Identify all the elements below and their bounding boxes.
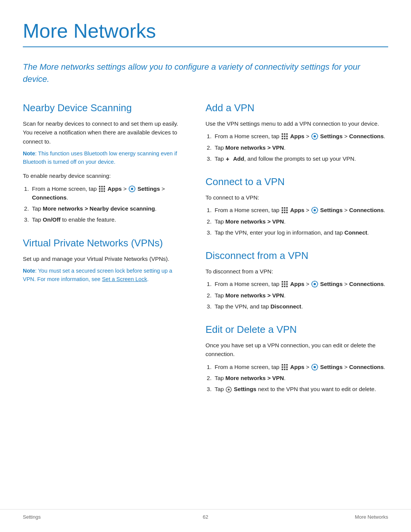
connect-vpn-title: Connect to a VPN [206,174,388,189]
svg-rect-39 [282,286,283,287]
svg-rect-25 [282,209,283,211]
svg-rect-24 [286,207,288,209]
disconnect-vpn-step-2: Tap More networks > VPN. [213,291,388,300]
svg-rect-22 [282,207,283,209]
svg-rect-8 [104,190,105,192]
svg-rect-44 [282,364,283,366]
disconnect-vpn-steps: From a Home screen, tap [213,280,388,311]
connect-vpn-step-1: From a Home screen, tap [213,206,388,214]
nearby-desc: Scan for nearby devices to connect to an… [23,119,183,146]
edit-delete-vpn-step-1: From a Home screen, tap [213,363,388,371]
connect-vpn-step-3: Tap the VPN, enter your log in informati… [213,228,388,237]
footer-right: More Networks [355,513,388,521]
settings-icon-2 [311,133,318,140]
nearby-step-2: Tap More networks > Nearby device scanni… [30,204,183,213]
edit-delete-vpn-desc: Once you have set up a VPN connection, y… [206,341,388,359]
apps-icon-5 [281,364,288,371]
disconnect-vpn-title: Disconnect from a VPN [206,248,388,263]
svg-rect-37 [284,283,285,285]
svg-rect-41 [286,286,288,287]
page-footer: Settings 62 More Networks [0,509,411,521]
nearby-device-scanning-title: Nearby Device Scanning [23,101,183,115]
add-vpn-desc: Use the VPN settings menu to add a VPN c… [206,119,388,128]
add-vpn-step-2: Tap More networks > VPN. [213,143,388,152]
svg-rect-38 [286,283,288,285]
right-column: Add a VPN Use the VPN settings menu to a… [206,101,388,397]
apps-icon-4 [281,281,288,288]
add-vpn-step-1: From a Home screen, tap [213,132,388,141]
plus-icon: + [226,156,231,161]
connect-vpn-steps: From a Home screen, tap [213,206,388,237]
title-rule [23,46,388,47]
add-vpn-step-3: Tap + Add, and follow the prompts to set… [213,154,388,163]
svg-rect-52 [286,369,288,370]
apps-icon-3 [281,207,288,214]
footer-left: Settings [23,513,41,521]
disconnect-vpn-step-3: Tap the VPN, and tap Disconnect. [213,302,388,311]
svg-rect-40 [284,286,285,287]
two-column-layout: Nearby Device Scanning Scan for nearby d… [23,101,388,397]
footer-center: 62 [203,513,208,521]
edit-delete-vpn-step-3: Tap Settings next to the VPN that you wa… [213,385,388,393]
intro-text: The More networks settings allow you to … [23,61,388,85]
svg-rect-51 [284,369,285,370]
screen-lock-link[interactable]: Set a Screen Lock [102,276,147,282]
vpn-desc: Set up and manage your Virtual Private N… [23,254,183,263]
svg-rect-11 [282,133,283,135]
connect-vpn-step-2: Tap More networks > VPN. [213,217,388,226]
settings-icon-4 [311,281,318,288]
connect-vpn-intro: To connect to a VPN: [206,193,388,202]
svg-rect-2 [104,186,105,187]
svg-rect-30 [286,212,288,213]
apps-icon-1 [99,185,105,192]
svg-rect-5 [104,188,105,190]
svg-rect-15 [284,136,285,137]
disconnect-vpn-intro: To disconnect from a VPN: [206,267,388,276]
svg-rect-4 [101,188,103,190]
svg-rect-19 [286,138,288,139]
nearby-step-3: Tap On/Off to enable the feature. [30,215,183,224]
page-container: More Networks The More networks settings… [0,0,411,428]
svg-point-21 [314,135,316,137]
svg-rect-1 [101,186,103,187]
svg-rect-12 [284,133,285,135]
vpn-note: Note: You must set a secured screen lock… [23,267,183,284]
add-vpn-title: Add a VPN [206,101,388,115]
nearby-step-1: From a Home screen, tap [30,184,183,202]
apps-label-1: Apps [107,185,122,192]
svg-point-43 [314,283,316,285]
svg-rect-14 [282,136,283,137]
vpn-section-title: Virtual Private Networks (VPNs) [23,236,183,251]
settings-label-1: Settings [137,185,160,192]
svg-rect-6 [99,190,100,192]
svg-rect-23 [284,207,285,209]
svg-point-56 [228,389,230,391]
svg-rect-7 [101,190,103,192]
svg-point-10 [131,188,133,190]
nearby-intro-step: To enable nearby device scanning: [23,171,183,180]
edit-delete-vpn-step-2: Tap More networks > VPN. [213,374,388,382]
svg-rect-13 [286,133,288,135]
svg-rect-26 [284,209,285,211]
settings-icon-3 [311,207,318,214]
svg-rect-27 [286,209,288,211]
nearby-note: Note: This function uses Bluetooth low e… [23,150,183,166]
svg-rect-0 [99,186,100,187]
svg-rect-50 [282,369,283,370]
svg-rect-16 [286,136,288,137]
settings-icon-1 [129,185,135,192]
svg-rect-45 [284,364,285,366]
svg-rect-29 [284,212,285,213]
nearby-steps-list: From a Home screen, tap [30,184,183,224]
svg-rect-3 [99,188,100,190]
svg-rect-49 [286,366,288,368]
settings-icon-5 [311,364,318,371]
edit-delete-vpn-steps: From a Home screen, tap [213,363,388,394]
svg-rect-28 [282,212,283,213]
svg-rect-33 [282,281,283,283]
svg-rect-47 [282,366,283,368]
svg-rect-34 [284,281,285,283]
svg-rect-35 [286,281,288,283]
svg-rect-18 [284,138,285,139]
disconnect-vpn-step-1: From a Home screen, tap [213,280,388,288]
